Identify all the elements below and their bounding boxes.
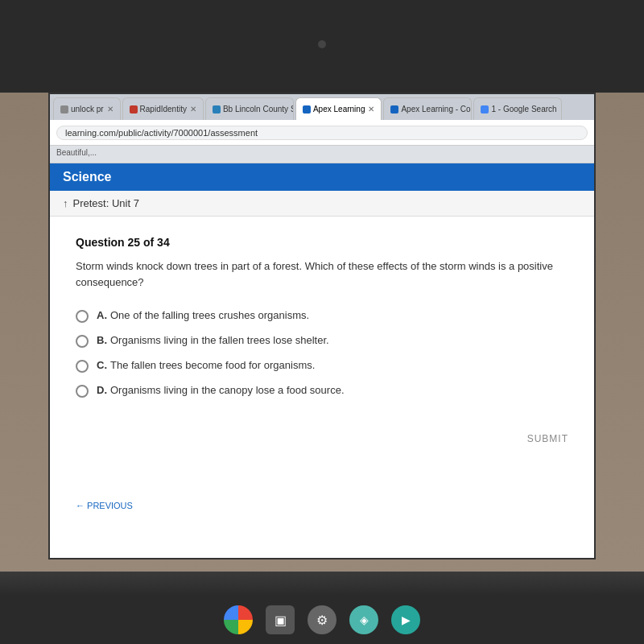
taskbar: ▣ ⚙ ◈ ▶	[0, 596, 644, 644]
settings-symbol: ⚙	[316, 613, 328, 628]
option-c-text: The fallen trees become food for organis…	[110, 359, 315, 371]
option-c-label: C.	[97, 359, 107, 371]
laptop-bezel-bottom	[0, 572, 644, 596]
tab-close-google[interactable]: ✕	[560, 105, 563, 114]
option-b-label: B.	[97, 334, 107, 346]
option-b-text: Organisms living in the fallen trees los…	[110, 334, 329, 346]
tab-label-unlock: unlock pr	[71, 105, 104, 114]
previous-button[interactable]: ← PREVIOUS	[76, 501, 133, 510]
radio-d[interactable]	[76, 385, 89, 398]
tab-label-rapid: RapidIdentity	[140, 105, 187, 114]
option-c[interactable]: C. The fallen trees become food for orga…	[76, 359, 568, 373]
question-number: Question 25 of 34	[76, 236, 568, 249]
page-content: Science ↑ Pretest: Unit 7 Question 25 of…	[50, 163, 594, 532]
option-d-text: Organisms living in the canopy lose a fo…	[110, 384, 345, 396]
radio-a[interactable]	[76, 310, 89, 323]
bookmark-bar: Beautiful,...	[50, 146, 594, 163]
option-a-label: A.	[97, 309, 107, 321]
tab-rapid[interactable]: RapidIdentity ✕	[122, 97, 204, 120]
taskbar-files-icon[interactable]: ▣	[266, 605, 295, 634]
laptop-screen: unlock pr ✕ RapidIdentity ✕ Bb Lincoln C…	[48, 93, 596, 559]
camera	[318, 40, 326, 48]
tab-bb[interactable]: Bb Lincoln County Sc ✕	[205, 97, 294, 120]
tab-label-apex: Apex Learning	[313, 105, 365, 114]
taskbar-photos-icon[interactable]: ◈	[349, 605, 378, 634]
pretest-icon: ↑	[63, 197, 68, 209]
taskbar-chrome-icon[interactable]	[224, 605, 253, 634]
science-header: Science	[50, 163, 594, 191]
url-input[interactable]	[56, 126, 588, 140]
question-text: Storm winds knock down trees in part of …	[76, 258, 568, 290]
tab-apex2[interactable]: Apex Learning - Co ✕	[383, 97, 472, 120]
tab-favicon-google	[481, 105, 489, 114]
tab-close-rapid[interactable]: ✕	[190, 105, 196, 114]
laptop-bezel-top	[0, 0, 644, 93]
submit-button[interactable]: SUBMIT	[527, 433, 568, 444]
radio-b[interactable]	[76, 335, 89, 348]
subject-title: Science	[63, 170, 111, 184]
tab-unlock[interactable]: unlock pr ✕	[53, 97, 121, 120]
tab-label-bb: Bb Lincoln County Sc	[223, 105, 294, 114]
taskbar-settings-icon[interactable]: ⚙	[308, 605, 336, 634]
option-d[interactable]: D. Organisms living in the canopy lose a…	[76, 384, 568, 398]
tab-favicon-unlock	[60, 105, 68, 114]
pretest-label: Pretest: Unit 7	[73, 197, 139, 209]
tab-close-unlock[interactable]: ✕	[107, 105, 114, 114]
photos-symbol: ◈	[360, 613, 369, 626]
tab-label-apex2: Apex Learning - Co	[401, 105, 470, 114]
nav-area: ← PREVIOUS	[50, 452, 594, 518]
files-symbol: ▣	[275, 613, 287, 628]
tab-favicon-apex	[303, 105, 311, 114]
taskbar-play-icon[interactable]: ▶	[391, 605, 420, 634]
radio-c[interactable]	[76, 360, 89, 373]
options-list: A. One of the falling trees crushes orga…	[76, 309, 568, 398]
tab-google[interactable]: 1 - Google Search ✕	[473, 97, 562, 120]
tab-favicon-rapid	[130, 105, 138, 114]
pretest-bar: ↑ Pretest: Unit 7	[50, 191, 594, 217]
option-a[interactable]: A. One of the falling trees crushes orga…	[76, 309, 568, 323]
tab-label-google: 1 - Google Search	[491, 105, 556, 114]
question-area: Question 25 of 34 Storm winds knock down…	[50, 217, 594, 417]
tab-bar: unlock pr ✕ RapidIdentity ✕ Bb Lincoln C…	[50, 94, 594, 120]
play-symbol: ▶	[402, 613, 411, 626]
browser-chrome: unlock pr ✕ RapidIdentity ✕ Bb Lincoln C…	[50, 94, 594, 163]
tab-favicon-apex2	[390, 105, 398, 114]
submit-area: SUBMIT	[50, 417, 594, 452]
tab-close-apex[interactable]: ✕	[368, 105, 374, 114]
option-d-label: D.	[97, 384, 107, 396]
bookmark-label: Beautiful,...	[56, 148, 97, 157]
option-b[interactable]: B. Organisms living in the fallen trees …	[76, 334, 568, 348]
tab-apex[interactable]: Apex Learning ✕	[295, 97, 382, 120]
address-bar	[50, 120, 594, 146]
option-a-text: One of the falling trees crushes organis…	[110, 309, 309, 321]
tab-favicon-bb	[213, 105, 221, 114]
